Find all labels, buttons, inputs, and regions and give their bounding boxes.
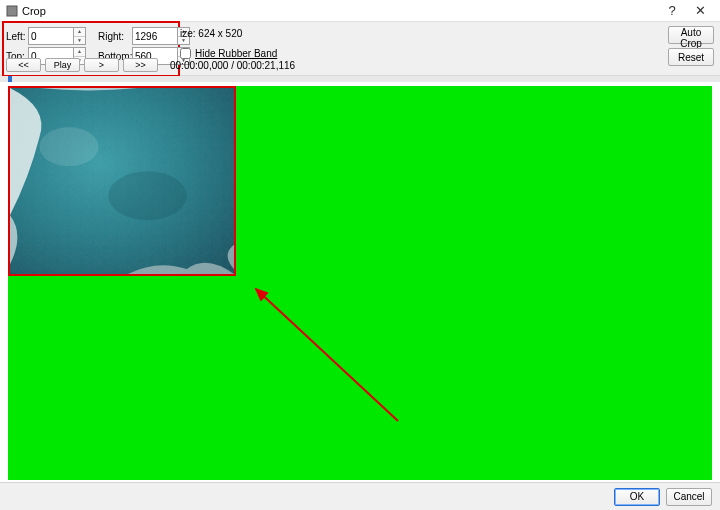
reset-button[interactable]: Reset — [668, 48, 714, 66]
controls-panel: Left: ▲▼ Right: ▲▼ Top: ▲▼ Bottom: ▲▼ iz… — [0, 22, 720, 76]
close-button[interactable]: ✕ — [686, 1, 714, 21]
left-spinner[interactable]: ▲▼ — [74, 27, 86, 45]
size-label: ize: — [180, 28, 196, 39]
svg-point-3 — [39, 127, 98, 166]
timeline-cursor[interactable] — [8, 76, 12, 82]
app-icon — [6, 5, 18, 17]
window-title: Crop — [22, 5, 658, 17]
timeline[interactable] — [0, 76, 720, 82]
right-label: Right: — [92, 31, 132, 42]
help-button[interactable]: ? — [658, 1, 686, 21]
cancel-button[interactable]: Cancel — [666, 488, 712, 506]
size-info: ize: 624 x 520 — [180, 28, 242, 39]
step-button[interactable]: > — [84, 58, 119, 72]
svg-rect-0 — [7, 6, 17, 16]
size-value: 624 x 520 — [198, 28, 242, 39]
auto-crop-button[interactable]: Auto Crop — [668, 26, 714, 44]
rewind-button[interactable]: << — [6, 58, 41, 72]
titlebar: Crop ? ✕ — [0, 0, 720, 22]
forward-button[interactable]: >> — [123, 58, 158, 72]
ok-button[interactable]: OK — [614, 488, 660, 506]
play-button[interactable]: Play — [45, 58, 80, 72]
right-input[interactable] — [132, 27, 178, 45]
video-preview[interactable] — [8, 86, 236, 276]
left-input[interactable] — [28, 27, 74, 45]
timecode: 00:00:00,000 / 00:00:21,116 — [170, 60, 295, 71]
left-label: Left: — [0, 31, 28, 42]
preview-area — [0, 76, 720, 482]
svg-point-4 — [108, 171, 187, 220]
footer: OK Cancel — [0, 482, 720, 510]
ocean-image — [10, 88, 234, 274]
